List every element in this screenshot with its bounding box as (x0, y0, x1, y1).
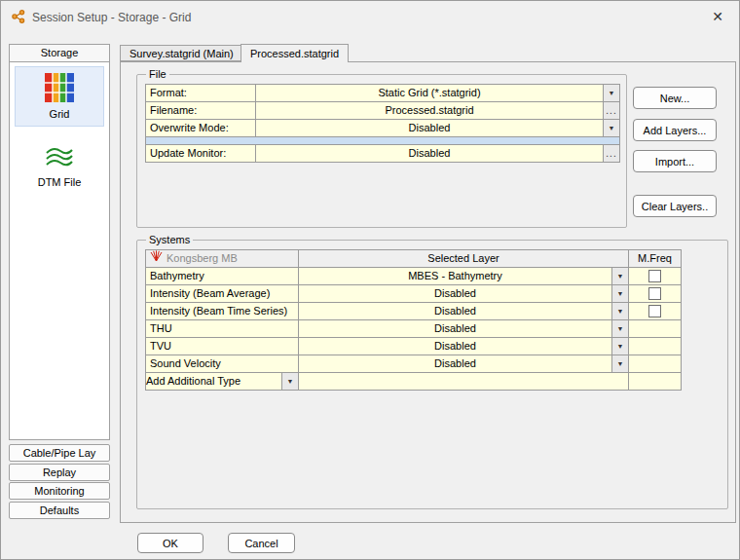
format-value: Static Grid (*.statgrid) (378, 87, 480, 98)
overwrite-mode-row: Overwrite Mode: Disabled ▼ (145, 119, 620, 137)
mfreq-cell (628, 302, 682, 320)
chevron-down-icon[interactable]: ▼ (611, 355, 628, 372)
systems-group-title: Systems (146, 234, 193, 245)
tab-processed-statgrid[interactable]: Processed.statgrid (240, 44, 349, 62)
mfreq-cell (628, 355, 682, 373)
mfreq-checkbox[interactable] (648, 270, 661, 282)
header-kongsberg-mb: Kongsberg MB (145, 249, 299, 268)
browse-ellipsis-button[interactable]: ... (603, 102, 619, 119)
mfreq-cell (628, 284, 682, 303)
ok-button[interactable]: OK (137, 533, 204, 553)
new-button[interactable]: New... (633, 87, 717, 109)
chevron-down-icon[interactable]: ▼ (611, 285, 628, 302)
sidebar-item-label: DTM File (38, 176, 82, 188)
cancel-button[interactable]: Cancel (228, 533, 295, 553)
dtm-waves-icon (45, 145, 74, 172)
import-button[interactable]: Import... (633, 150, 717, 172)
chevron-down-icon[interactable]: ▼ (603, 85, 619, 101)
sidebar-nav-list: Grid DTM File (9, 61, 110, 440)
empty-mfreq-cell (628, 372, 682, 391)
filename-row: Filename: Processed.statgrid ... (145, 101, 620, 120)
table-row: Intensity (Beam Time Series) Disabled ▼ (145, 302, 684, 320)
systems-header-row: Kongsberg MB Selected Layer M.Freq (145, 249, 684, 268)
chevron-down-icon[interactable]: ▼ (281, 373, 298, 390)
system-name: Intensity (Beam Time Series) (145, 302, 299, 320)
table-row: Intensity (Beam Average) Disabled ▼ (145, 284, 684, 303)
title-bar: Session Setup - Storage - Grid ✕ (1, 1, 739, 32)
format-row: Format: Static Grid (*.statgrid) ▼ (145, 84, 620, 102)
chevron-down-icon[interactable]: ▼ (611, 268, 628, 284)
add-layers-button[interactable]: Add Layers... (633, 119, 717, 141)
table-row: Sound Velocity Disabled ▼ (145, 355, 684, 373)
chevron-down-icon[interactable]: ▼ (611, 303, 628, 319)
sidebar-header-storage: Storage (9, 44, 110, 62)
close-icon[interactable]: ✕ (704, 6, 731, 28)
layer-dropdown[interactable]: Disabled ▼ (298, 355, 629, 373)
add-type-row: Add Additional Type ▼ (145, 372, 684, 391)
clear-layers-button[interactable]: Clear Layers.. (633, 195, 717, 217)
overwrite-mode-value: Disabled (409, 122, 451, 133)
file-group-title: File (146, 68, 169, 80)
update-monitor-field[interactable]: Disabled ... (255, 144, 620, 163)
system-name: TVU (145, 337, 299, 355)
empty-layer-cell (298, 372, 629, 391)
overwrite-mode-label: Overwrite Mode: (145, 119, 256, 137)
chevron-down-icon[interactable]: ▼ (611, 320, 628, 337)
sidebar-button-monitoring[interactable]: Monitoring (9, 482, 110, 500)
chevron-down-icon[interactable]: ▼ (603, 120, 619, 136)
layer-dropdown[interactable]: Disabled ▼ (298, 302, 629, 320)
header-selected-layer: Selected Layer (298, 249, 629, 268)
layer-dropdown[interactable]: Disabled ▼ (298, 284, 629, 303)
mfreq-checkbox[interactable] (648, 305, 661, 317)
browse-ellipsis-button[interactable]: ... (603, 145, 619, 162)
sidebar-item-label: Grid (50, 108, 70, 120)
layer-dropdown[interactable]: MBES - Bathymetry ▼ (298, 267, 629, 285)
systems-group: Systems Kongsberg MB Selected Layer M.Fr… (136, 234, 728, 509)
file-form: Format: Static Grid (*.statgrid) ▼ Filen… (145, 84, 620, 163)
sidebar-button-defaults[interactable]: Defaults (9, 502, 110, 519)
system-name: Bathymetry (145, 267, 299, 285)
sonar-beam-icon (150, 250, 163, 267)
session-setup-dialog: { "window": { "title": "Session Setup - … (0, 0, 740, 560)
system-name: THU (145, 319, 299, 338)
mfreq-cell (628, 267, 682, 285)
table-row: TVU Disabled ▼ (145, 337, 684, 355)
header-mfreq: M.Freq (628, 249, 682, 268)
mfreq-cell (628, 319, 682, 338)
filename-field[interactable]: Processed.statgrid ... (255, 101, 620, 120)
system-name: Intensity (Beam Average) (145, 284, 299, 303)
update-monitor-label: Update Monitor: (145, 144, 256, 163)
mfreq-checkbox[interactable] (648, 287, 661, 300)
add-additional-type-dropdown[interactable]: Add Additional Type ▼ (145, 372, 299, 391)
sidebar-item-dtm-file[interactable]: DTM File (15, 136, 104, 197)
table-row: Bathymetry MBES - Bathymetry ▼ (145, 267, 684, 285)
chevron-down-icon[interactable]: ▼ (611, 338, 628, 355)
layer-dropdown[interactable]: Disabled ▼ (298, 337, 629, 355)
sidebar-button-replay[interactable]: Replay (9, 464, 110, 481)
sidebar-button-cable-pipe-lay[interactable]: Cable/Pipe Lay (9, 444, 110, 462)
filename-value: Processed.statgrid (385, 104, 473, 116)
app-icon (11, 9, 26, 24)
update-monitor-row: Update Monitor: Disabled ... (145, 144, 620, 163)
filename-label: Filename: (145, 101, 256, 120)
sidebar-item-grid[interactable]: Grid (15, 66, 104, 127)
window-title: Session Setup - Storage - Grid (32, 11, 191, 24)
layer-dropdown[interactable]: Disabled ▼ (298, 319, 629, 338)
tab-survey-statgrid[interactable]: Survey.statgrid (Main) (120, 45, 243, 61)
systems-table: Kongsberg MB Selected Layer M.Freq Bathy… (145, 249, 684, 391)
mfreq-cell (628, 337, 682, 355)
table-row: THU Disabled ▼ (145, 319, 684, 338)
format-dropdown[interactable]: Static Grid (*.statgrid) ▼ (255, 84, 620, 102)
format-label: Format: (145, 84, 256, 102)
grid-icon (45, 73, 74, 104)
system-name: Sound Velocity (145, 355, 299, 373)
tab-panel: File Format: Static Grid (*.statgrid) ▼ … (120, 61, 736, 523)
update-monitor-value: Disabled (409, 147, 451, 159)
overwrite-mode-dropdown[interactable]: Disabled ▼ (255, 119, 620, 137)
file-group: File Format: Static Grid (*.statgrid) ▼ … (136, 68, 627, 228)
